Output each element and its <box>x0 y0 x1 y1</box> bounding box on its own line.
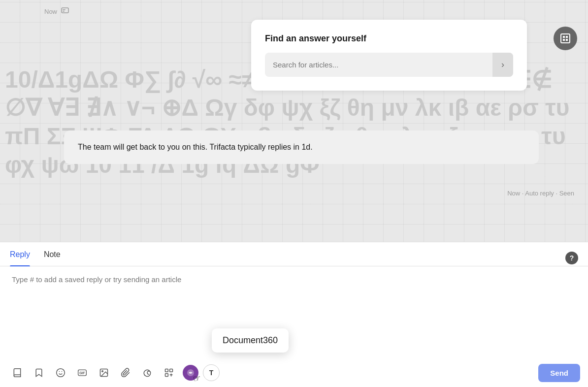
toolbar: GIF <box>0 358 588 387</box>
auto-reply-text: The team will get back to you on this. T… <box>78 143 313 151</box>
svg-point-14 <box>102 371 103 372</box>
top-right-icon[interactable] <box>554 27 577 50</box>
search-button[interactable]: › <box>492 53 513 77</box>
svg-text:GIF: GIF <box>79 371 85 375</box>
tab-reply[interactable]: Reply <box>10 250 30 266</box>
search-bar[interactable]: › <box>265 53 513 77</box>
message-icon <box>61 7 69 16</box>
search-input[interactable] <box>265 54 492 76</box>
send-button[interactable]: Send <box>538 364 580 382</box>
svg-rect-3 <box>561 34 570 43</box>
tab-note[interactable]: Note <box>44 250 61 266</box>
t-button[interactable]: T <box>203 364 220 381</box>
attach-icon-button[interactable] <box>116 363 135 382</box>
plugin-icon-button[interactable]: ☞ <box>181 363 200 382</box>
image-icon-button[interactable] <box>95 363 113 382</box>
svg-rect-16 <box>170 369 173 372</box>
top-timestamp: Now <box>44 7 69 16</box>
svg-point-8 <box>57 369 65 377</box>
svg-rect-2 <box>63 11 65 12</box>
svg-rect-4 <box>563 36 565 38</box>
t-label: T <box>209 369 214 377</box>
svg-rect-5 <box>566 36 568 38</box>
tabs-row: Reply Note ? <box>0 242 588 266</box>
tooltip-label: Document360 <box>223 335 278 345</box>
gif-icon-button[interactable]: GIF <box>73 363 92 382</box>
find-answer-title: Find an answer yourself <box>265 33 513 44</box>
reply-textarea[interactable] <box>0 266 588 358</box>
reply-panel: Reply Note ? Document360 <box>0 242 588 387</box>
auto-reply-bubble: The team will get back to you on this. T… <box>64 130 539 164</box>
find-answer-card: Find an answer yourself › <box>251 20 527 91</box>
cursor-hand-icon: ☞ <box>192 373 202 385</box>
svg-rect-17 <box>165 374 168 377</box>
svg-rect-15 <box>165 369 168 372</box>
mention-icon-button[interactable] <box>138 363 157 382</box>
svg-rect-7 <box>566 39 568 41</box>
emoji-icon-button[interactable] <box>51 363 70 382</box>
svg-rect-0 <box>62 8 68 13</box>
help-icon[interactable]: ? <box>565 252 578 264</box>
apps-icon-button[interactable] <box>160 363 178 382</box>
bookmark-icon-button[interactable] <box>30 363 48 382</box>
book-icon-button[interactable] <box>8 363 27 382</box>
document360-tooltip: Document360 <box>212 328 289 353</box>
auto-reply-meta: Now · Auto reply · Seen <box>507 190 574 197</box>
timestamp-label: Now <box>44 8 57 15</box>
svg-rect-1 <box>63 9 65 10</box>
svg-rect-6 <box>563 39 565 41</box>
